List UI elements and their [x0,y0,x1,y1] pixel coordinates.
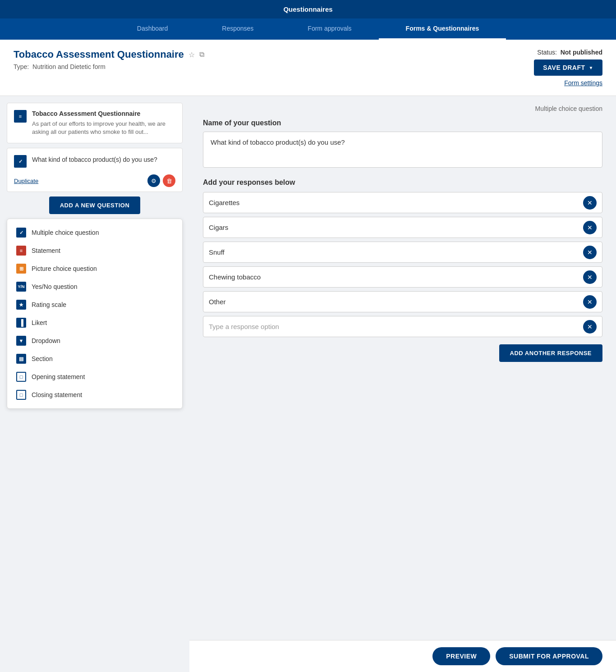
rating-scale-icon: ★ [16,300,26,310]
dropdown-section[interactable]: ▤ Section [7,350,182,368]
question-actions: Duplicate ⚙ 🗑 [7,174,182,192]
page-title: Tobacco Assessment Questionnaire [14,49,184,60]
star-icon: ☆ [188,51,195,59]
trash-button[interactable]: 🗑 [163,174,175,187]
add-question-button[interactable]: ADD A NEW QUESTION [49,197,141,214]
response-row-cigars: ✕ [203,217,602,238]
question-name-label: Name of your question [203,119,602,127]
sidebar: ≡ Tobacco Assessment Questionnaire As pa… [0,96,189,672]
picture-choice-icon: ⊞ [16,264,26,274]
dropdown-icon: ▼ [16,336,26,346]
delete-chewing-icon: ✕ [587,274,593,281]
response-row-snuff: ✕ [203,242,602,263]
dropdown-multiple-choice[interactable]: ✓ Multiple choice question [7,224,182,242]
top-bar: Questionnaires [0,0,616,18]
dropdown-rating-scale[interactable]: ★ Rating scale [7,296,182,314]
dropdown-picture-choice[interactable]: ⊞ Picture choice question [7,260,182,278]
duplicate-button[interactable]: Duplicate [14,178,38,184]
favorite-button[interactable]: ☆ [188,50,195,59]
form-info-card: ≡ Tobacco Assessment Questionnaire As pa… [7,103,183,143]
dropdown-closing-label: Closing statement [32,391,82,398]
bottom-bar: PREVIEW SUBMIT FOR APPROVAL [189,640,616,672]
new-response-input[interactable] [209,316,583,337]
status-text: Status: Not published [537,49,602,56]
delete-cigarettes-icon: ✕ [587,199,593,206]
opening-statement-icon: □ [16,372,26,382]
preview-button[interactable]: PREVIEW [432,647,490,665]
page-title-row: Tobacco Assessment Questionnaire ☆ ⧉ [14,49,204,60]
form-info-header: ≡ Tobacco Assessment Questionnaire As pa… [7,103,182,143]
nav-forms-questionnaires[interactable]: Forms & Questionnaires [379,18,506,40]
content-area: Multiple choice question Name of your qu… [189,96,616,672]
yes-no-icon: Y/N [16,282,26,292]
save-draft-arrow-icon: ▼ [589,65,593,70]
section-icon: ▤ [16,354,26,364]
page-header: Tobacco Assessment Questionnaire ☆ ⧉ Typ… [0,40,616,96]
main-layout: ≡ Tobacco Assessment Questionnaire As pa… [0,96,616,672]
form-info-content: Tobacco Assessment Questionnaire As part… [32,110,175,136]
delete-new-icon: ✕ [587,323,593,330]
copy-button[interactable]: ⧉ [199,50,204,59]
gear-button[interactable]: ⚙ [147,174,160,187]
delete-chewing-button[interactable]: ✕ [583,270,597,284]
submit-approval-button[interactable]: SUBMIT FOR APPROVAL [496,647,602,665]
dropdown-dropdown-label: Dropdown [32,337,60,344]
likert-icon: ▐ [16,318,26,328]
form-settings-link[interactable]: Form settings [564,79,602,87]
dropdown-statement[interactable]: ≡ Statement [7,242,182,260]
delete-cigarettes-button[interactable]: ✕ [583,196,597,210]
nav-form-approvals[interactable]: Form approvals [280,18,378,40]
add-response-button[interactable]: ADD ANOTHER RESPONSE [499,344,602,362]
top-bar-title: Questionnaires [283,5,332,13]
statement-icon: ≡ [16,246,26,256]
trash-icon: 🗑 [166,178,172,184]
delete-snuff-button[interactable]: ✕ [583,246,597,259]
clearfix: ADD ANOTHER RESPONSE [203,341,602,362]
question-name-input[interactable] [203,132,602,168]
form-info-description: As part of our efforts to improve your h… [32,120,175,136]
nav-bar: Dashboard Responses Form approvals Forms… [0,18,616,40]
question-card-header: ✓ What kind of tobacco product(s) do you… [7,148,182,174]
delete-other-icon: ✕ [587,298,593,306]
multiple-choice-icon: ✓ [16,228,26,238]
dropdown-dropdown[interactable]: ▼ Dropdown [7,332,182,350]
dropdown-statement-label: Statement [32,247,60,254]
gear-icon: ⚙ [151,178,156,184]
response-input-other[interactable] [209,292,583,312]
header-right: Status: Not published SAVE DRAFT ▼ Form … [534,49,602,87]
delete-cigars-icon: ✕ [587,224,593,231]
form-info-title: Tobacco Assessment Questionnaire [32,110,175,117]
dropdown-section-label: Section [32,355,53,362]
question-card-icon: ✓ [14,155,27,168]
dropdown-likert[interactable]: ▐ Likert [7,314,182,332]
dropdown-likert-label: Likert [32,319,47,326]
delete-cigars-button[interactable]: ✕ [583,221,597,234]
save-draft-button[interactable]: SAVE DRAFT ▼ [534,59,602,76]
dropdown-rating-scale-label: Rating scale [32,301,66,308]
dropdown-multiple-choice-label: Multiple choice question [32,229,99,236]
question-card-text: What kind of tobacco product(s) do you u… [32,155,157,165]
dropdown-picture-choice-label: Picture choice question [32,265,97,272]
response-input-cigars[interactable] [209,217,583,238]
delete-new-button[interactable]: ✕ [583,320,597,334]
dropdown-closing-statement[interactable]: □ Closing statement [7,386,182,404]
dropdown-yes-no[interactable]: Y/N Yes/No question [7,278,182,296]
page-subtitle: Type: Nutrition and Dietetic form [14,63,204,70]
question-type-dropdown: ✓ Multiple choice question ≡ Statement ⊞… [7,219,183,409]
responses-label: Add your responses below [203,178,602,187]
response-row-new: ✕ [203,316,602,337]
question-type-label: Multiple choice question [203,105,602,112]
delete-other-button[interactable]: ✕ [583,295,597,309]
response-row-chewing: ✕ [203,266,602,288]
response-row-other: ✕ [203,291,602,312]
response-input-chewing[interactable] [209,267,583,287]
response-input-cigarettes[interactable] [209,192,583,213]
dropdown-opening-statement[interactable]: □ Opening statement [7,368,182,386]
question-card: ✓ What kind of tobacco product(s) do you… [7,148,183,192]
nav-dashboard[interactable]: Dashboard [110,18,195,40]
nav-responses[interactable]: Responses [195,18,280,40]
response-input-snuff[interactable] [209,242,583,262]
header-left: Tobacco Assessment Questionnaire ☆ ⧉ Typ… [14,49,204,70]
form-info-icon: ≡ [14,110,27,123]
dropdown-yes-no-label: Yes/No question [32,283,77,290]
